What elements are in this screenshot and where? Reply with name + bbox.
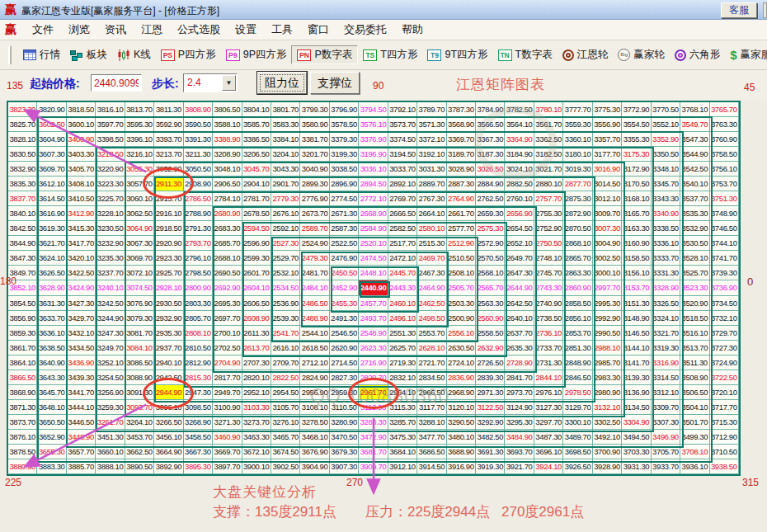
- matrix-cell: 3072.10: [125, 266, 154, 280]
- tool-winner-wheel[interactable]: Big 赢家轮: [613, 46, 670, 64]
- matrix-cell: 2690.50: [213, 266, 242, 280]
- matrix-cell: 2817.70: [213, 370, 242, 385]
- matrix-cell: 3062.50: [125, 206, 154, 221]
- matrix-cell: 2637.70: [505, 326, 534, 341]
- matrix-cell: 3163.30: [622, 221, 651, 236]
- pressure-level-text-2: 270度2961点: [501, 502, 584, 521]
- tool-p-number-table[interactable]: PN P数字表: [291, 45, 358, 64]
- matrix-cell: 3223.30: [96, 177, 125, 191]
- matrix-cell: 2491.30: [330, 311, 359, 326]
- matrix-cell: 3698.50: [563, 445, 592, 459]
- matrix-cell: 3249.70: [96, 341, 125, 355]
- matrix-cell: 2560.90: [476, 311, 505, 326]
- support-button[interactable]: 支撑位: [310, 72, 360, 94]
- matrix-cell: 3052.90: [154, 162, 183, 177]
- matrix-cell: 3362.50: [534, 132, 563, 147]
- matrix-cell: 3710.50: [710, 445, 739, 459]
- matrix-cell: 3621.70: [37, 236, 66, 251]
- matrix-cell: 3768.10: [680, 102, 709, 117]
- matrix-cell: 3045.70: [242, 162, 271, 177]
- matrix-cell: 2721.70: [417, 355, 446, 370]
- matrix-cell: 3266.50: [154, 415, 183, 430]
- tool-quotes[interactable]: 行情: [18, 46, 65, 64]
- matrix-cell: 2618.50: [300, 341, 329, 355]
- matrix-cell: 3192.10: [417, 147, 446, 162]
- menu-gann[interactable]: 江恩: [134, 22, 170, 37]
- tool-sectors[interactable]: 板块: [65, 46, 112, 64]
- tool-9p-square[interactable]: P9 9P四方形: [221, 46, 292, 64]
- matrix-cell: 3655.30: [37, 445, 66, 459]
- matrix-cell: 2839.30: [476, 370, 505, 385]
- matrix-cell: 2892.10: [388, 177, 417, 191]
- menu-window[interactable]: 窗口: [300, 22, 336, 37]
- menu-help[interactable]: 帮助: [394, 22, 431, 37]
- matrix-cell: 2815.30: [184, 370, 213, 385]
- matrix-cell: 3283.30: [359, 415, 388, 430]
- matrix-cell: 2743.30: [534, 280, 563, 295]
- menu-tools[interactable]: 工具: [264, 22, 300, 37]
- matrix-cell: 3048.10: [213, 162, 242, 177]
- matrix-cell: 2532.10: [271, 266, 300, 280]
- matrix-cell: 3230.50: [96, 221, 125, 236]
- customer-service-button[interactable]: 客服: [721, 2, 757, 18]
- menu-formula-stockpick[interactable]: 公式选股: [170, 22, 228, 37]
- matrix-cell: 2606.50: [242, 296, 271, 311]
- matrix-cell: 3122.50: [476, 400, 505, 415]
- dropdown-arrow-icon[interactable]: ▼: [222, 75, 236, 91]
- matrix-cell: 3417.70: [67, 236, 96, 251]
- matrix-cell: 3856.90: [8, 311, 37, 326]
- tool-kline[interactable]: K线: [112, 46, 156, 64]
- tool-t-number-table[interactable]: TN T数字表: [493, 46, 558, 64]
- matrix-cell: 3000.10: [593, 266, 622, 280]
- matrix-cell: 2990.50: [593, 326, 622, 341]
- matrix-cell: 3297.70: [534, 415, 563, 430]
- tool-9t-square[interactable]: T9 9T四方形: [422, 46, 492, 64]
- tool-winner-service[interactable]: $ 赢家服务: [725, 46, 767, 64]
- tool-t-square[interactable]: TS T四方形: [358, 46, 422, 64]
- matrix-cell: 3444.10: [67, 400, 96, 415]
- matrix-cell: 3280.90: [330, 415, 359, 430]
- step-dropdown[interactable]: 2.4 ▼: [183, 73, 238, 92]
- matrix-cell: 3489.70: [563, 430, 592, 445]
- matrix-cell: 2680.90: [213, 206, 242, 221]
- matrix-cell: 3410.50: [67, 191, 96, 206]
- matrix-cell: 3542.50: [680, 162, 709, 177]
- matrix-cell: 3218.50: [96, 147, 125, 162]
- menu-trade[interactable]: 交易委托: [336, 22, 394, 37]
- start-price-input[interactable]: [91, 74, 142, 92]
- matrix-cell: 3600.10: [67, 117, 96, 132]
- matrix-cell: 2928.10: [154, 280, 183, 295]
- matrix-cell: 3247.30: [96, 326, 125, 341]
- matrix-cell: 3220.90: [96, 162, 125, 177]
- matrix-cell: 3537.70: [680, 191, 709, 206]
- edge-button-fragment[interactable]: [763, 2, 767, 18]
- matrix-cell: 2930.50: [154, 296, 183, 311]
- resistance-button[interactable]: 阻力位: [257, 72, 307, 94]
- tn-badge-icon: TN: [498, 49, 512, 61]
- menu-settings[interactable]: 设置: [228, 22, 264, 37]
- matrix-cell: 3206.50: [242, 147, 271, 162]
- matrix-cell: 2980.90: [593, 385, 622, 400]
- menu-file[interactable]: 文件: [25, 22, 61, 37]
- matrix-cell: 2997.70: [593, 280, 622, 295]
- matrix-cell: 2925.70: [154, 266, 183, 280]
- matrix-cell: 3460.90: [213, 430, 242, 445]
- tool-gann-wheel[interactable]: 江恩轮: [558, 46, 614, 64]
- matrix-cell: 3847.30: [8, 251, 37, 266]
- matrix-cell: 3028.90: [447, 162, 476, 177]
- winner-wheel-icon: Big: [618, 49, 630, 61]
- matrix-cell: 3652.90: [37, 430, 66, 445]
- matrix-cell: 2776.90: [300, 191, 329, 206]
- matrix-cell: 3897.70: [213, 459, 242, 474]
- menu-news[interactable]: 资讯: [97, 22, 134, 37]
- matrix-cell: 2887.30: [447, 177, 476, 191]
- matrix-cell: 3628.90: [37, 280, 66, 295]
- matrix-cell: 2793.70: [184, 236, 213, 251]
- matrix-cell: 2877.70: [563, 177, 592, 191]
- matrix-cell: 2613.70: [242, 341, 271, 355]
- menu-browse[interactable]: 浏览: [61, 22, 97, 37]
- tool-hexagon[interactable]: 六角形: [670, 46, 726, 64]
- matrix-cell: 3477.70: [417, 430, 446, 445]
- matrix-cell: 3938.50: [710, 459, 739, 474]
- tool-p-square[interactable]: PS P四方形: [156, 46, 221, 64]
